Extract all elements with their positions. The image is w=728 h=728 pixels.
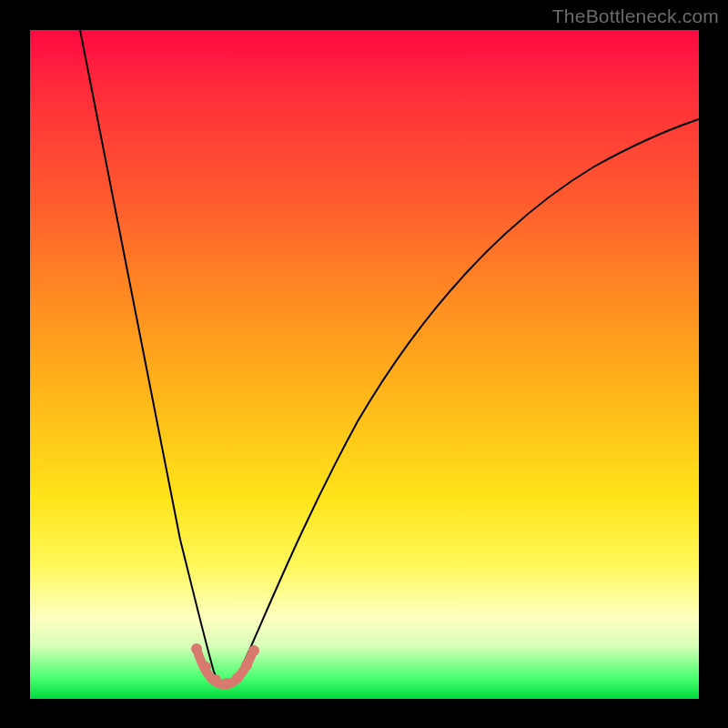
svg-point-6 xyxy=(248,645,259,656)
bottleneck-curve xyxy=(30,30,699,699)
valley-dots xyxy=(191,643,259,689)
curve-path xyxy=(80,30,699,685)
svg-point-1 xyxy=(200,662,211,672)
chart-frame: TheBottleneck.com xyxy=(0,0,728,728)
svg-point-4 xyxy=(232,672,243,683)
svg-point-0 xyxy=(191,643,202,654)
svg-point-3 xyxy=(221,678,232,689)
svg-point-5 xyxy=(241,660,252,671)
watermark-text: TheBottleneck.com xyxy=(552,5,719,27)
svg-point-2 xyxy=(210,674,221,685)
plot-area xyxy=(30,30,699,699)
